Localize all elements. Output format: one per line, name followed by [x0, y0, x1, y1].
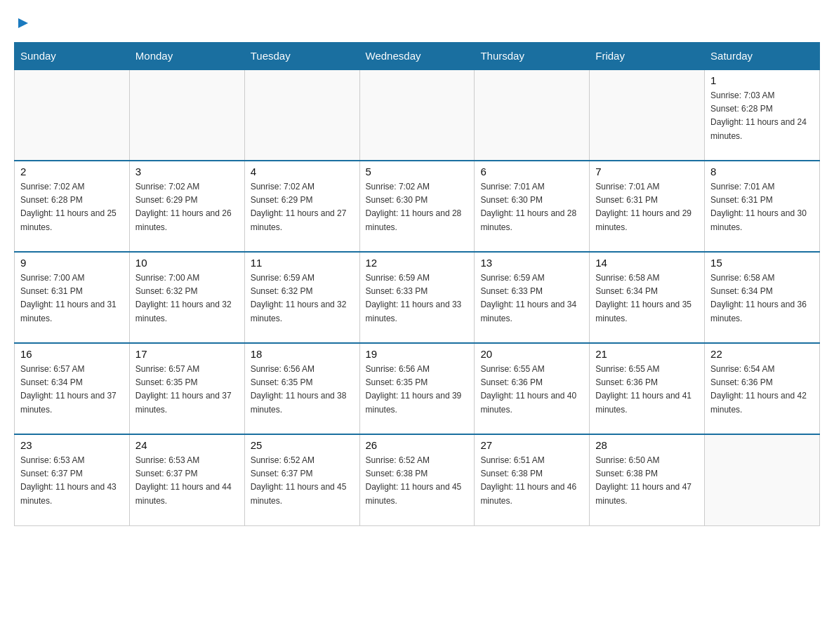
- calendar-cell: 9Sunrise: 7:00 AMSunset: 6:31 PMDaylight…: [15, 252, 130, 343]
- calendar-cell: 5Sunrise: 7:02 AMSunset: 6:30 PMDaylight…: [359, 161, 475, 252]
- day-info-line: Daylight: 11 hours and 39 minutes.: [366, 389, 469, 416]
- day-info-line: Sunrise: 6:59 AM: [480, 271, 583, 285]
- day-info-line: Sunset: 6:36 PM: [595, 376, 699, 389]
- day-info-line: Daylight: 11 hours and 31 minutes.: [20, 298, 124, 325]
- day-info-line: Sunset: 6:38 PM: [480, 467, 583, 481]
- day-info-line: Sunrise: 7:00 AM: [20, 271, 124, 285]
- day-number: 23: [20, 439, 124, 451]
- day-info-line: Sunset: 6:31 PM: [595, 194, 699, 207]
- day-info-line: Sunset: 6:30 PM: [366, 194, 469, 207]
- calendar-week-row: 1Sunrise: 7:03 AMSunset: 6:28 PMDaylight…: [15, 69, 820, 161]
- page-header: [14, 14, 820, 31]
- day-info-line: Sunrise: 7:02 AM: [20, 180, 124, 194]
- day-info-line: Daylight: 11 hours and 32 minutes.: [135, 298, 239, 325]
- day-number: 19: [366, 348, 469, 360]
- day-info-line: Sunset: 6:37 PM: [20, 467, 124, 481]
- day-number: 8: [710, 166, 814, 177]
- day-info-line: Daylight: 11 hours and 24 minutes.: [710, 116, 814, 142]
- day-info-line: Sunset: 6:35 PM: [135, 376, 239, 389]
- calendar-cell: 17Sunrise: 6:57 AMSunset: 6:35 PMDayligh…: [129, 343, 244, 434]
- day-info-line: Sunrise: 7:00 AM: [135, 271, 239, 285]
- calendar-cell: [475, 69, 590, 161]
- day-info-line: Daylight: 11 hours and 36 minutes.: [710, 298, 814, 325]
- day-info-line: Daylight: 11 hours and 37 minutes.: [20, 389, 124, 416]
- day-info-line: Sunset: 6:28 PM: [20, 194, 124, 207]
- day-number: 5: [366, 166, 469, 177]
- day-number: 24: [135, 439, 239, 451]
- day-info-line: Sunset: 6:38 PM: [366, 467, 469, 481]
- col-thursday: Thursday: [475, 43, 590, 70]
- calendar-cell: 27Sunrise: 6:51 AMSunset: 6:38 PMDayligh…: [475, 434, 590, 525]
- day-info-line: Sunrise: 6:55 AM: [480, 363, 583, 376]
- day-info-line: Sunset: 6:31 PM: [20, 285, 124, 298]
- calendar-week-row: 9Sunrise: 7:00 AMSunset: 6:31 PMDaylight…: [15, 252, 820, 343]
- day-info-line: Sunset: 6:28 PM: [710, 102, 814, 116]
- day-info-line: Sunrise: 7:01 AM: [595, 180, 699, 194]
- calendar-cell: [129, 69, 244, 161]
- day-info-line: Sunrise: 6:54 AM: [710, 363, 814, 376]
- col-wednesday: Wednesday: [359, 43, 475, 70]
- day-info-line: Sunrise: 6:56 AM: [366, 363, 469, 376]
- calendar-cell: 24Sunrise: 6:53 AMSunset: 6:37 PMDayligh…: [129, 434, 244, 525]
- col-monday: Monday: [129, 43, 244, 70]
- day-info-line: Sunrise: 6:59 AM: [251, 271, 354, 285]
- calendar-cell: 2Sunrise: 7:02 AMSunset: 6:28 PMDaylight…: [15, 161, 130, 252]
- day-info-line: Sunrise: 6:56 AM: [251, 363, 354, 376]
- calendar-table: Sunday Monday Tuesday Wednesday Thursday…: [14, 42, 820, 526]
- calendar-cell: 18Sunrise: 6:56 AMSunset: 6:35 PMDayligh…: [244, 343, 359, 434]
- day-info-line: Sunset: 6:33 PM: [366, 285, 469, 298]
- day-number: 28: [595, 439, 699, 451]
- calendar-cell: 7Sunrise: 7:01 AMSunset: 6:31 PMDaylight…: [590, 161, 705, 252]
- day-info-line: Daylight: 11 hours and 46 minutes.: [480, 481, 583, 507]
- day-info-line: Sunset: 6:35 PM: [251, 376, 354, 389]
- day-info-line: Sunset: 6:30 PM: [480, 194, 583, 207]
- calendar-cell: 20Sunrise: 6:55 AMSunset: 6:36 PMDayligh…: [475, 343, 590, 434]
- logo: [14, 14, 31, 31]
- calendar-cell: 15Sunrise: 6:58 AMSunset: 6:34 PMDayligh…: [705, 252, 820, 343]
- day-number: 4: [251, 166, 354, 177]
- day-number: 1: [710, 74, 814, 86]
- day-info-line: Sunset: 6:29 PM: [251, 194, 354, 207]
- day-number: 20: [480, 348, 583, 360]
- calendar-cell: [15, 69, 130, 161]
- day-number: 11: [251, 257, 354, 269]
- calendar-cell: 12Sunrise: 6:59 AMSunset: 6:33 PMDayligh…: [359, 252, 475, 343]
- calendar-cell: 23Sunrise: 6:53 AMSunset: 6:37 PMDayligh…: [15, 434, 130, 525]
- calendar-week-row: 23Sunrise: 6:53 AMSunset: 6:37 PMDayligh…: [15, 434, 820, 525]
- col-friday: Friday: [590, 43, 705, 70]
- day-info-line: Sunrise: 7:02 AM: [251, 180, 354, 194]
- col-tuesday: Tuesday: [244, 43, 359, 70]
- calendar-cell: 22Sunrise: 6:54 AMSunset: 6:36 PMDayligh…: [705, 343, 820, 434]
- day-info-line: Sunrise: 6:53 AM: [135, 454, 239, 467]
- day-info-line: Daylight: 11 hours and 28 minutes.: [480, 207, 583, 234]
- day-info-line: Sunrise: 6:59 AM: [366, 271, 469, 285]
- day-number: 12: [366, 257, 469, 269]
- day-number: 18: [251, 348, 354, 360]
- day-info-line: Sunrise: 6:57 AM: [135, 363, 239, 376]
- day-info-line: Sunset: 6:32 PM: [135, 285, 239, 298]
- day-info-line: Daylight: 11 hours and 28 minutes.: [366, 207, 469, 234]
- svg-marker-0: [18, 18, 28, 28]
- calendar-cell: [244, 69, 359, 161]
- day-info-line: Daylight: 11 hours and 27 minutes.: [251, 207, 354, 234]
- day-info-line: Sunset: 6:33 PM: [480, 285, 583, 298]
- day-info-line: Sunrise: 7:02 AM: [366, 180, 469, 194]
- day-info-line: Daylight: 11 hours and 35 minutes.: [595, 298, 699, 325]
- day-info-line: Sunset: 6:36 PM: [710, 376, 814, 389]
- col-sunday: Sunday: [15, 43, 130, 70]
- calendar-cell: 21Sunrise: 6:55 AMSunset: 6:36 PMDayligh…: [590, 343, 705, 434]
- day-info-line: Daylight: 11 hours and 25 minutes.: [20, 207, 124, 234]
- day-info-line: Daylight: 11 hours and 41 minutes.: [595, 389, 699, 416]
- calendar-cell: 26Sunrise: 6:52 AMSunset: 6:38 PMDayligh…: [359, 434, 475, 525]
- day-info-line: Sunrise: 6:58 AM: [710, 271, 814, 285]
- day-info-line: Daylight: 11 hours and 40 minutes.: [480, 389, 583, 416]
- day-info-line: Sunset: 6:32 PM: [251, 285, 354, 298]
- calendar-cell: 25Sunrise: 6:52 AMSunset: 6:37 PMDayligh…: [244, 434, 359, 525]
- day-info-line: Sunset: 6:31 PM: [710, 194, 814, 207]
- calendar-cell: 8Sunrise: 7:01 AMSunset: 6:31 PMDaylight…: [705, 161, 820, 252]
- col-saturday: Saturday: [705, 43, 820, 70]
- day-info-line: Sunrise: 7:02 AM: [135, 180, 239, 194]
- day-info-line: Daylight: 11 hours and 43 minutes.: [20, 481, 124, 507]
- day-info-line: Daylight: 11 hours and 38 minutes.: [251, 389, 354, 416]
- day-info-line: Sunrise: 6:55 AM: [595, 363, 699, 376]
